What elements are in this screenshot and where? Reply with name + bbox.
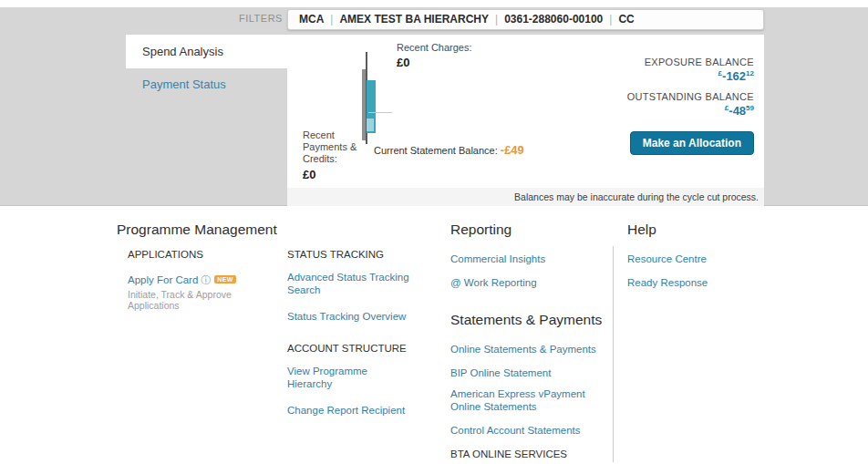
filters-label: FILTERS — [239, 13, 283, 24]
applications-column: APPLICATIONS Apply For CardⓘNEW Initiate… — [128, 249, 283, 311]
ready-response-link[interactable]: Ready Response — [627, 276, 708, 289]
chart-zero-line — [368, 112, 392, 113]
outstanding-balance-label: OUTSTANDING BALANCE — [627, 91, 754, 102]
status-tracking-column: STATUS TRACKING Advanced Status Tracking… — [287, 249, 411, 418]
outstanding-amount: -48 — [728, 105, 746, 119]
control-account-statements-link[interactable]: Control Account Statements — [450, 424, 581, 437]
tab-spend-analysis[interactable]: Spend Analysis — [126, 35, 287, 68]
bip-online-statement-link[interactable]: BIP Online Statement — [450, 366, 551, 379]
online-statements-payments-link[interactable]: Online Statements & Payments — [450, 343, 596, 356]
status-tracking-overview-link[interactable]: Status Tracking Overview — [287, 310, 406, 323]
info-icon[interactable]: ⓘ — [201, 274, 211, 285]
work-reporting-link[interactable]: @ Work Reporting — [450, 276, 537, 289]
balances-block: EXPOSURE BALANCE £-16212 OUTSTANDING BAL… — [627, 57, 754, 155]
recent-payments-credits: Recent Payments & Credits: £0 — [303, 129, 372, 181]
advanced-status-tracking-search-link[interactable]: Advanced Status Tracking Search — [287, 271, 411, 296]
filter-separator: | — [324, 13, 339, 26]
bta-online-services-header: BTA ONLINE SERVICES — [450, 449, 615, 459]
reporting-column: Reporting Commercial Insights @ Work Rep… — [450, 222, 615, 464]
spend-analysis-panel: Recent Charges: £0 Recent Payments & Cre… — [287, 35, 764, 206]
commercial-insights-link[interactable]: Commercial Insights — [450, 253, 545, 265]
apply-for-card-row: Apply For CardⓘNEW — [128, 271, 283, 287]
current-statement-value: -£49 — [501, 143, 524, 157]
applications-header: APPLICATIONS — [128, 249, 283, 260]
current-statement-label: Current Statement Balance: — [374, 145, 498, 156]
filter-item-cc: CC — [618, 13, 634, 26]
recent-payments-label: Recent Payments & Credits: — [303, 129, 372, 166]
filter-item-hierarchy: AMEX TEST BA HIERARCHY — [339, 13, 489, 26]
help-title: Help — [627, 222, 764, 238]
exposure-minor: 12 — [746, 69, 754, 77]
balances-disclaimer: Balances may be inaccurate during the cy… — [287, 188, 764, 206]
filter-item-mca: MCA — [299, 13, 324, 26]
new-badge: NEW — [214, 275, 235, 284]
programme-management-title: Programme Management — [117, 222, 277, 238]
apply-for-card-link[interactable]: Apply For Card — [128, 273, 198, 286]
filter-separator: | — [489, 13, 504, 26]
status-tracking-header: STATUS TRACKING — [287, 249, 411, 260]
account-structure-header: ACCOUNT STRUCTURE — [287, 343, 411, 354]
help-column: Help Resource Centre Ready Response — [627, 222, 764, 297]
footer-vertical-divider — [613, 246, 614, 462]
tab-payment-status[interactable]: Payment Status — [126, 68, 287, 101]
reporting-title: Reporting — [450, 222, 615, 238]
vpayment-online-statements-link[interactable]: American Express vPayment Online Stateme… — [450, 387, 615, 413]
exposure-amount: -162 — [722, 69, 746, 83]
resource-centre-link[interactable]: Resource Centre — [627, 253, 707, 265]
footer-navigation: Programme Management APPLICATIONS Apply … — [0, 206, 868, 464]
filter-selection-bar[interactable]: MCA|AMEX TEST BA HIERARCHY|0361-288060-0… — [287, 9, 764, 30]
apply-for-card-subtext: Initiate, Track & Approve Applications — [128, 289, 283, 311]
outstanding-minor: 59 — [746, 104, 754, 112]
outstanding-balance-value: £-4859 — [627, 104, 754, 118]
exposure-balance-value: £-16212 — [627, 69, 754, 83]
current-statement-balance: Current Statement Balance: -£49 — [374, 143, 524, 157]
exposure-balance-label: EXPOSURE BALANCE — [627, 57, 754, 67]
filter-separator: | — [603, 13, 618, 26]
filter-item-account-number: 0361-288060-00100 — [504, 13, 603, 26]
view-programme-hierarchy-link[interactable]: View Programme Hierarchy — [287, 365, 411, 390]
recent-payments-value: £0 — [303, 168, 372, 181]
change-report-recipient-link[interactable]: Change Report Recipient — [287, 404, 405, 417]
make-allocation-button[interactable]: Make an Allocation — [630, 131, 754, 155]
statements-payments-title: Statements & Payments — [450, 312, 615, 328]
